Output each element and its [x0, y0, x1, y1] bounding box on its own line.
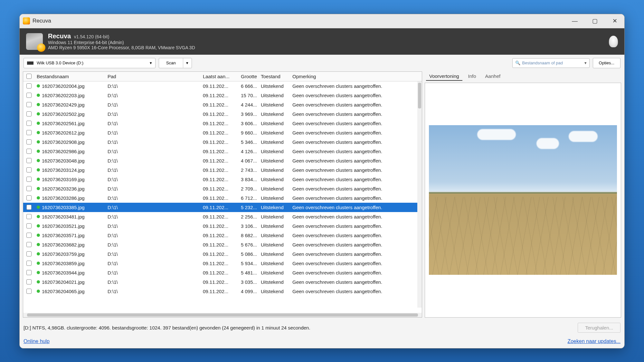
status-dot-icon	[37, 140, 40, 144]
row-checkbox[interactable]	[26, 261, 32, 266]
table-row[interactable]: 1620736202908.jpgD:\1\09.11.202...5 346.…	[23, 137, 422, 147]
row-checkbox[interactable]	[26, 111, 32, 116]
tab-preview[interactable]: Voorvertoning	[426, 72, 462, 81]
col-state[interactable]: Toestand	[259, 74, 290, 79]
app-name: Recuva	[48, 32, 71, 40]
table-row[interactable]: 1620736203571.jpgD:\1\09.11.202...8 682.…	[23, 231, 422, 240]
row-checkbox[interactable]	[26, 279, 32, 284]
table-row[interactable]: 1620736203944.jpgD:\1\09.11.202...5 481.…	[23, 268, 422, 277]
minimize-button[interactable]: —	[568, 16, 581, 26]
row-checkbox[interactable]	[26, 158, 32, 163]
col-modified[interactable]: Laatst aan...	[201, 74, 235, 79]
row-checkbox[interactable]	[26, 270, 32, 275]
table-row[interactable]: 1620736203521.jpgD:\1\09.11.202...3 106.…	[23, 221, 422, 231]
status-dot-icon	[37, 103, 40, 106]
file-name: 1620736203124.jpg	[42, 167, 85, 173]
close-button[interactable]: ✕	[608, 16, 621, 26]
table-row[interactable]: 1620736203682.jpgD:\1\09.11.202...5 676.…	[23, 240, 422, 249]
table-row[interactable]: 1620736202203.jpgD:\1\09.11.202...15 70.…	[23, 91, 422, 100]
online-help-link[interactable]: Online hulp	[24, 339, 50, 344]
col-path[interactable]: Pad	[106, 74, 201, 79]
file-date: 09.11.202...	[201, 214, 235, 219]
chevron-down-icon: ▾	[150, 60, 152, 65]
row-checkbox[interactable]	[26, 93, 32, 98]
chevron-down-icon: ▾	[584, 60, 587, 65]
row-checkbox[interactable]	[26, 233, 32, 238]
filter-input[interactable]: 🔍 Bestandsnaam of pad ▾	[512, 58, 590, 68]
row-checkbox[interactable]	[26, 121, 32, 126]
maximize-button[interactable]: ▢	[588, 16, 601, 26]
row-checkbox[interactable]	[26, 83, 32, 88]
drive-select[interactable]: Wilk USB 3.0 Device (D:) ▾	[24, 58, 156, 68]
file-comment: Geen overschreven clusters aangetroffen.	[290, 195, 422, 201]
file-comment: Geen overschreven clusters aangetroffen.	[290, 83, 422, 89]
recover-button[interactable]: Terughalen...	[578, 323, 620, 333]
table-row[interactable]: 1620736202986.jpgD:\1\09.11.202...4 126.…	[23, 147, 422, 156]
col-comment[interactable]: Opmerking	[290, 74, 417, 79]
row-checkbox[interactable]	[26, 205, 32, 210]
table-row[interactable]: 1620736204021.jpgD:\1\09.11.202...3 035.…	[23, 277, 422, 287]
table-row[interactable]: 1620736202502.jpgD:\1\09.11.202...3 969.…	[23, 109, 422, 119]
file-path: D:\1\	[106, 205, 201, 210]
file-size: 5 232...	[235, 205, 259, 210]
table-row[interactable]: 1620736203124.jpgD:\1\09.11.202...2 743.…	[23, 165, 422, 175]
row-checkbox[interactable]	[26, 130, 32, 135]
table-row[interactable]: 1620736203859.jpgD:\1\09.11.202...5 934.…	[23, 259, 422, 268]
table-row[interactable]: 1620736204065.jpgD:\1\09.11.202...4 099.…	[23, 287, 422, 296]
main-area: Bestandsnaam Pad Laatst aan... Grootte T…	[20, 71, 624, 320]
file-date: 09.11.202...	[201, 102, 235, 107]
file-name: 1620736203521.jpg	[42, 223, 85, 229]
table-row[interactable]: 1620736203286.jpgD:\1\09.11.202...6 712.…	[23, 193, 422, 203]
file-state: Uitstekend	[259, 139, 290, 145]
table-row[interactable]: 1620736203048.jpgD:\1\09.11.202...4 067.…	[23, 156, 422, 165]
table-row[interactable]: 1620736202612.jpgD:\1\09.11.202...9 660.…	[23, 128, 422, 137]
tab-info[interactable]: Info	[465, 72, 479, 81]
options-button[interactable]: Opties...	[593, 58, 620, 68]
row-checkbox[interactable]	[26, 167, 32, 172]
scan-button[interactable]: Scan ▾	[159, 58, 192, 68]
status-dot-icon	[37, 178, 40, 181]
row-checkbox[interactable]	[26, 186, 32, 191]
file-path: D:\1\	[106, 186, 201, 191]
row-checkbox[interactable]	[26, 195, 32, 200]
footer: Online hulp Zoeken naar updates...	[20, 336, 624, 348]
tab-header[interactable]: Aanhef	[482, 72, 504, 81]
os-line: Windows 11 Enterprise 64-bit (Admin)	[48, 40, 195, 45]
table-row[interactable]: 1620736202561.jpgD:\1\09.11.202...3 606.…	[23, 119, 422, 128]
file-name: 1620736203571.jpg	[42, 233, 85, 238]
row-checkbox[interactable]	[26, 177, 32, 182]
file-comment: Geen overschreven clusters aangetroffen.	[290, 130, 422, 135]
row-checkbox[interactable]	[26, 289, 32, 294]
table-row[interactable]: 1620736203759.jpgD:\1\09.11.202...5 086.…	[23, 249, 422, 259]
file-path: D:\1\	[106, 261, 201, 266]
select-all-checkbox[interactable]	[26, 74, 32, 79]
table-row[interactable]: 1620736202004.jpgD:\1\09.11.202...6 666.…	[23, 81, 422, 91]
titlebar[interactable]: Recuva — ▢ ✕	[20, 14, 624, 28]
column-headers[interactable]: Bestandsnaam Pad Laatst aan... Grootte T…	[23, 72, 422, 81]
table-row[interactable]: 1620736203481.jpgD:\1\09.11.202...2 256.…	[23, 212, 422, 221]
table-row[interactable]: 1620736203385.jpgD:\1\09.11.202...5 232.…	[23, 203, 422, 212]
vertical-scrollbar[interactable]	[417, 81, 422, 308]
row-checkbox[interactable]	[26, 223, 32, 228]
file-size: 2 709...	[235, 186, 259, 191]
row-checkbox[interactable]	[26, 102, 32, 107]
row-checkbox[interactable]	[26, 139, 32, 144]
row-checkbox[interactable]	[26, 214, 32, 219]
scan-dropdown[interactable]: ▾	[183, 60, 192, 65]
table-row[interactable]: 1620736203169.jpgD:\1\09.11.202...3 834.…	[23, 175, 422, 184]
file-date: 09.11.202...	[201, 130, 235, 135]
table-row[interactable]: 1620736202429.jpgD:\1\09.11.202...4 244.…	[23, 100, 422, 109]
col-name[interactable]: Bestandsnaam	[35, 74, 106, 79]
file-path: D:\1\	[106, 223, 201, 229]
horizontal-scrollbar[interactable]	[23, 313, 422, 317]
row-checkbox[interactable]	[26, 149, 32, 154]
row-checkbox[interactable]	[26, 242, 32, 247]
lightbulb-icon[interactable]	[609, 36, 618, 47]
check-updates-link[interactable]: Zoeken naar updates...	[567, 339, 620, 344]
table-row[interactable]: 1620736203236.jpgD:\1\09.11.202...2 709.…	[23, 184, 422, 193]
row-checkbox[interactable]	[26, 251, 32, 256]
file-name: 1620736204065.jpg	[42, 289, 85, 294]
col-size[interactable]: Grootte	[235, 74, 259, 79]
file-state: Uitstekend	[259, 130, 290, 135]
file-state: Uitstekend	[259, 149, 290, 154]
